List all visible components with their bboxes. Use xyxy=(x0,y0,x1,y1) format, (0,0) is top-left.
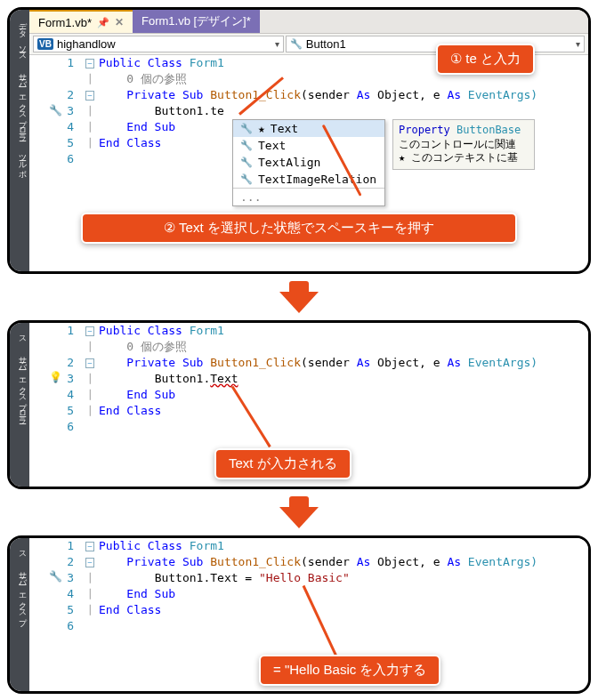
wrench-icon: 🔧 xyxy=(49,104,62,117)
fold-box-icon[interactable]: − xyxy=(85,558,93,567)
class-selector[interactable]: VB highandlow▾ xyxy=(33,36,284,52)
fold-column: − − │││ xyxy=(81,538,99,656)
wrench-icon: 🔧 xyxy=(240,157,253,168)
flow-arrow-icon xyxy=(279,507,319,528)
callout-3: Text が入力される xyxy=(214,448,352,479)
vs-sidebar: ス サーバー エクスプローラー xyxy=(10,323,29,487)
fold-box-icon[interactable]: − xyxy=(85,358,93,368)
wrench-icon: 🔧 xyxy=(240,140,253,151)
intellisense-tooltip: Property ButtonBase このコントロールに関連 ★ このコンテキ… xyxy=(392,119,535,170)
intellisense-item: ... xyxy=(233,188,384,205)
vs-sidebar: ス サーバー エクスプ xyxy=(10,538,29,691)
callout-1: ① te と入力 xyxy=(436,44,535,75)
callout-4: = "Hello Basic を入力する xyxy=(259,655,440,686)
chevron-down-icon: ▾ xyxy=(576,39,580,49)
wrench-icon: 🔧 xyxy=(240,173,253,185)
lightbulb-icon[interactable]: 💡 xyxy=(49,371,62,383)
tab-form1-vb[interactable]: Form1.vb*📌✕ xyxy=(29,10,133,33)
chevron-down-icon: ▾ xyxy=(275,39,279,49)
tab-form1-design[interactable]: Form1.vb [デザイン]* xyxy=(133,10,260,33)
intellisense-item[interactable]: 🔧★ Text xyxy=(233,120,384,137)
intellisense-item[interactable]: 🔧TextAlign xyxy=(233,154,384,171)
wrench-icon: 🔧 xyxy=(290,38,303,50)
fold-box-icon[interactable]: − xyxy=(85,59,93,68)
line-number-gutter: 1 2 3 4 5 6 xyxy=(29,538,81,656)
member-selector[interactable]: 🔧 Button1▾ xyxy=(286,36,585,52)
fold-box-icon[interactable]: − xyxy=(85,542,93,551)
callout-2: ② Text を選択した状態でスペースキーを押す xyxy=(81,213,517,244)
line-number-gutter: 1 2 3 4 5 6 xyxy=(29,323,81,456)
code-editor[interactable]: Public Class Form1 Private Sub Button1_C… xyxy=(99,538,588,656)
document-tabs: Form1.vb*📌✕ Form1.vb [デザイン]* xyxy=(29,10,588,34)
intellisense-popup[interactable]: 🔧★ Text 🔧Text 🔧TextAlign 🔧TextImageRelat… xyxy=(232,119,385,206)
wrench-icon: 🔧 xyxy=(240,123,253,134)
code-editor[interactable]: Public Class Form1 0 個の参照 Private Sub Bu… xyxy=(99,323,588,456)
line-number-gutter: 1 2 3 4 5 6 xyxy=(29,55,81,260)
flow-arrow-icon xyxy=(279,292,319,313)
intellisense-item[interactable]: 🔧TextImageRelation xyxy=(233,171,384,188)
vs-sidebar: データ ソース サーバー エクスプローラー ツールボ xyxy=(10,10,29,271)
vb-icon: VB xyxy=(37,38,53,50)
close-icon[interactable]: ✕ xyxy=(115,16,124,28)
pin-icon[interactable]: 📌 xyxy=(97,17,109,28)
fold-column: −│ − │││ xyxy=(81,323,99,456)
wrench-icon: 🔧 xyxy=(49,570,62,583)
fold-box-icon[interactable]: − xyxy=(85,91,93,101)
intellisense-item[interactable]: 🔧Text xyxy=(233,137,384,154)
fold-box-icon[interactable]: − xyxy=(85,326,93,336)
